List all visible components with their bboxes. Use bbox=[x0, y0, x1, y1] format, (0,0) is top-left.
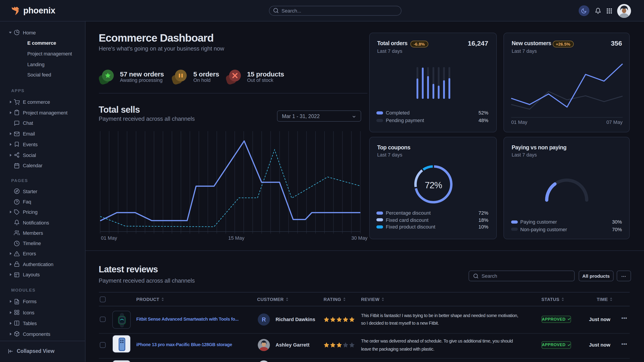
svg-text:R: R bbox=[262, 316, 266, 323]
